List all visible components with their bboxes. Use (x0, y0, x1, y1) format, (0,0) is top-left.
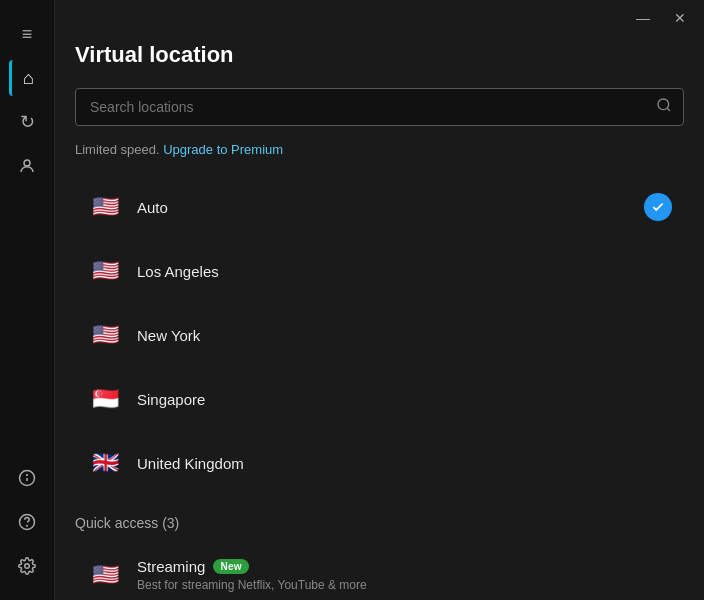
location-name-auto: Auto (137, 199, 630, 216)
new-badge-streaming-us: New (213, 559, 248, 574)
svg-point-5 (27, 525, 28, 526)
main-content: Virtual location Limited speed. Upgrade … (55, 0, 704, 600)
location-item-new-york[interactable]: 🇺🇸 New York (75, 303, 684, 367)
svg-line-8 (667, 108, 670, 111)
svg-point-7 (658, 99, 669, 110)
settings-icon[interactable] (9, 548, 45, 584)
quick-access-title: Quick access (3) (75, 515, 684, 531)
location-item-auto[interactable]: 🇺🇸 Auto (75, 175, 684, 239)
search-icon (656, 97, 672, 117)
home-icon[interactable]: ⌂ (9, 60, 45, 96)
info-icon[interactable] (9, 460, 45, 496)
quick-access-list: 🇺🇸 Streaming New Best for streaming Netf… (75, 545, 684, 600)
search-container (75, 88, 684, 126)
flag-new-york: 🇺🇸 (87, 317, 123, 353)
flag-united-kingdom: 🇬🇧 (87, 445, 123, 481)
quick-desc-streaming-us: Best for streaming Netflix, YouTube & mo… (137, 578, 672, 592)
location-name-singapore: Singapore (137, 391, 672, 408)
menu-icon[interactable]: ≡ (9, 16, 45, 52)
location-item-united-kingdom[interactable]: 🇬🇧 United Kingdom (75, 431, 684, 495)
title-bar: — ✕ (55, 0, 704, 36)
limited-speed-text: Limited speed. Upgrade to Premium (75, 142, 684, 157)
flag-los-angeles: 🇺🇸 (87, 253, 123, 289)
flag-streaming-us: 🇺🇸 (87, 557, 123, 593)
quick-text-streaming-us: Streaming New Best for streaming Netflix… (137, 558, 672, 592)
flag-singapore: 🇸🇬 (87, 381, 123, 417)
location-item-singapore[interactable]: 🇸🇬 Singapore (75, 367, 684, 431)
upgrade-link[interactable]: Upgrade to Premium (163, 142, 283, 157)
quick-name-label-streaming-us: Streaming (137, 558, 205, 575)
page-title: Virtual location (75, 42, 684, 68)
quick-item-streaming-us[interactable]: 🇺🇸 Streaming New Best for streaming Netf… (75, 545, 684, 600)
location-name-los-angeles: Los Angeles (137, 263, 672, 280)
help-icon[interactable] (9, 504, 45, 540)
location-item-los-angeles[interactable]: 🇺🇸 Los Angeles (75, 239, 684, 303)
selected-check-icon (644, 193, 672, 221)
user-icon[interactable] (9, 148, 45, 184)
svg-point-0 (24, 160, 30, 166)
search-input[interactable] (75, 88, 684, 126)
minimize-button[interactable]: — (630, 8, 656, 28)
quick-name-streaming-us: Streaming New (137, 558, 672, 575)
sidebar: ≡ ⌂ ↻ (0, 0, 55, 600)
refresh-icon[interactable]: ↻ (9, 104, 45, 140)
location-name-new-york: New York (137, 327, 672, 344)
location-list: 🇺🇸 Auto 🇺🇸 Los Angeles 🇺🇸 New York 🇸🇬 Si… (75, 175, 684, 495)
location-name-united-kingdom: United Kingdom (137, 455, 672, 472)
close-button[interactable]: ✕ (668, 8, 692, 28)
flag-auto: 🇺🇸 (87, 189, 123, 225)
svg-point-6 (25, 564, 30, 569)
